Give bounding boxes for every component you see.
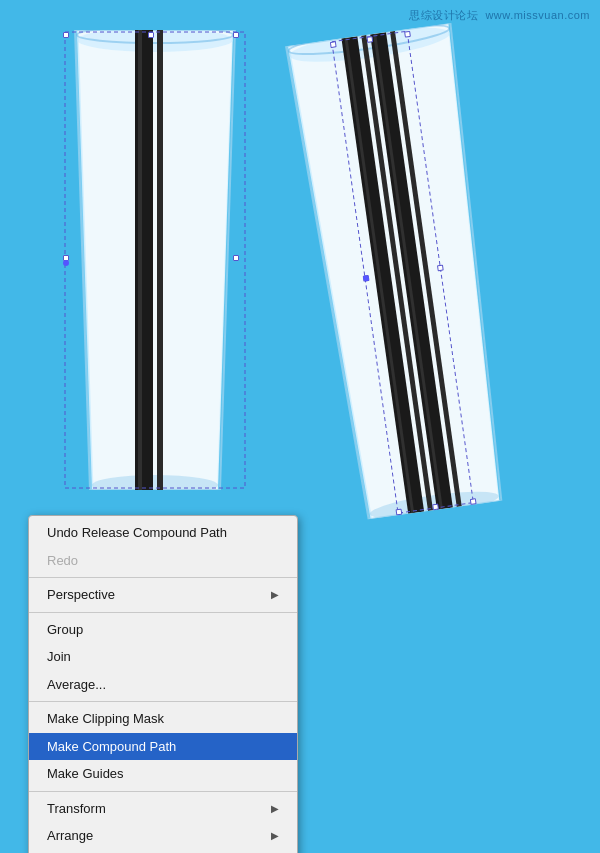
canvas-area [0,0,600,510]
menu-item-4-1[interactable]: Arrange▶ [29,822,297,850]
menu-item-2-0[interactable]: Group [29,616,297,644]
context-menu: Undo Release Compound PathRedoPerspectiv… [28,515,298,853]
menu-item-label: Group [47,620,83,640]
menu-item-label: Make Compound Path [47,737,176,757]
menu-section-1: Perspective▶ [29,578,297,613]
menu-item-2-1[interactable]: Join [29,643,297,671]
handle-dot [437,265,444,272]
menu-item-0-1[interactable]: Redo [29,547,297,575]
glass-right [264,20,539,525]
menu-item-3-0[interactable]: Make Clipping Mask [29,705,297,733]
menu-section-3: Make Clipping MaskMake Compound PathMake… [29,702,297,792]
menu-item-4-0[interactable]: Transform▶ [29,795,297,823]
submenu-arrow-icon: ▶ [271,587,279,602]
handle-dot [396,509,403,516]
menu-item-label: Redo [47,551,78,571]
menu-item-label: Transform [47,799,106,819]
menu-item-1-0[interactable]: Perspective▶ [29,581,297,609]
menu-item-label: Average... [47,675,106,695]
handle-dot [148,32,154,38]
menu-item-4-2[interactable]: Select▶ [29,850,297,854]
menu-item-3-1[interactable]: Make Compound Path [29,733,297,761]
menu-section-2: GroupJoinAverage... [29,613,297,703]
menu-item-label: Undo Release Compound Path [47,523,227,543]
handle-dot [470,498,477,505]
menu-section-4: Transform▶Arrange▶Select▶ [29,792,297,854]
menu-item-label: Arrange [47,826,93,846]
svg-rect-4 [157,30,163,490]
submenu-arrow-icon: ▶ [271,801,279,816]
menu-item-label: Join [47,647,71,667]
menu-item-label: Perspective [47,585,115,605]
menu-item-3-2[interactable]: Make Guides [29,760,297,788]
menu-item-label: Make Guides [47,764,124,784]
handle-dot [432,504,439,511]
handle-dot [63,32,69,38]
glass-left [55,30,255,490]
menu-item-0-0[interactable]: Undo Release Compound Path [29,519,297,547]
menu-section-0: Undo Release Compound PathRedo [29,516,297,578]
submenu-arrow-icon: ▶ [271,828,279,843]
handle-dot [404,31,411,38]
menu-item-label: Make Clipping Mask [47,709,164,729]
menu-item-2-2[interactable]: Average... [29,671,297,699]
handle-dot [366,36,373,43]
handle-dot [233,255,239,261]
handle-dot [233,32,239,38]
anchor-point [63,260,69,266]
handle-dot [330,41,337,48]
svg-rect-5 [138,30,142,490]
svg-rect-3 [135,30,153,490]
